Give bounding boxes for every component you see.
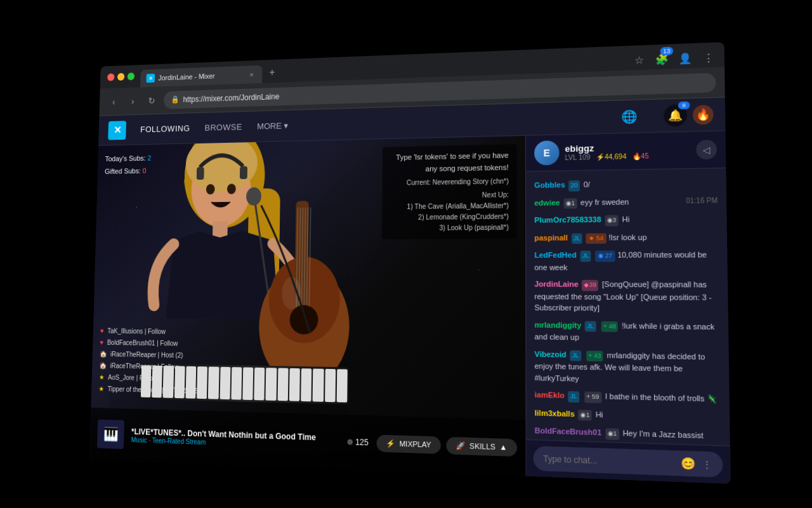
user-header: E ebiggz LVL 109 ⚡44,694 🔥45 ◁ [526, 131, 726, 171]
chat-message-mrlandiggity: mrlandiggity JL + 48 !lurk while i grabs… [526, 316, 728, 348]
close-button[interactable] [107, 73, 114, 81]
profile-icon[interactable]: 👤 [674, 49, 695, 69]
chat-panel: E ebiggz LVL 109 ⚡44,694 🔥45 ◁ [525, 131, 731, 483]
globe-icon[interactable]: 🌐 [618, 105, 641, 128]
chat-input-field[interactable] [543, 453, 675, 468]
flame-icon[interactable]: 🔥 [693, 105, 714, 125]
mixplay-button[interactable]: ⚡ MIXPLAY [376, 434, 440, 453]
chat-username[interactable]: lilm3xballs [535, 408, 575, 418]
chat-text: !lsr look up [608, 232, 647, 241]
chat-badge: ◉1 [563, 198, 577, 209]
viewer-dot-icon [347, 439, 352, 445]
svg-rect-4 [197, 167, 204, 180]
key-white [289, 368, 300, 401]
forward-button[interactable]: › [126, 93, 140, 109]
key-white [301, 368, 311, 401]
nav-more[interactable]: MORE ▾ [257, 121, 289, 131]
level-badge: + 59 [584, 391, 601, 403]
chat-username[interactable]: Gobbles [534, 180, 565, 189]
chat-message-vibezoid: Vibezoid JL + 43 mrlandiggity has decide… [526, 345, 729, 391]
mixer-logo[interactable]: ✕ [108, 121, 126, 140]
chat-username[interactable]: iamEklo [535, 391, 565, 399]
star-badge: ★ 54 [586, 233, 606, 244]
chat-badge: ◉3 [605, 215, 619, 226]
jl-badge: JL [585, 321, 596, 331]
user-sparks: 🔥45 [632, 152, 648, 160]
chat-badge: ◉1 [605, 428, 619, 439]
new-tab-button[interactable]: + [265, 65, 280, 81]
user-info: ebiggz LVL 109 ⚡44,694 🔥45 [565, 141, 690, 161]
nav-browse[interactable]: BROWSE [204, 122, 242, 133]
chat-badge: 20 [568, 180, 580, 191]
url-text: https://mixer.com/JordinLaine [183, 91, 279, 104]
follows-overlay: ♥ TaK_Illusions | Follow ♥ BoldFaceBrush… [98, 325, 208, 398]
minimize-button[interactable] [117, 73, 124, 81]
chat-text: Hi [596, 410, 603, 418]
chat-username[interactable]: PlumOrc78583338 [534, 215, 601, 224]
chat-username[interactable]: JordinLaine [534, 280, 578, 288]
chat-message-plumorc: PlumOrc78583338 ◉3 Hi [526, 210, 727, 230]
video-background: Today's Subs: 2 Gifted Subs: 0 Type 'lsr… [89, 136, 525, 476]
host-icon: 🏠 [100, 349, 107, 360]
chat-message-paspinall: paspinall JL ★ 54 !lsr look up [526, 228, 727, 247]
notification-bell[interactable]: 🔔 8 [664, 104, 687, 127]
chat-username[interactable]: LedFedHed [534, 251, 576, 259]
stream-viewers: 125 [347, 437, 369, 447]
user-tokens: ⚡44,694 [596, 152, 627, 161]
heart-icon: ♥ [100, 325, 104, 337]
star-icon: ★ [98, 384, 104, 396]
back-button[interactable]: ‹ [107, 94, 121, 109]
extension-badge: 13 [660, 47, 674, 56]
jl-badge: JL [568, 391, 579, 403]
key-white [336, 369, 347, 403]
chat-text: eyy fr sweden [580, 197, 629, 206]
chat-username[interactable]: Vibezoid [535, 349, 566, 358]
chat-input-area: 😊 ⋮ [526, 439, 730, 484]
svg-rect-5 [240, 166, 247, 180]
chat-username[interactable]: edwiee [534, 198, 560, 206]
chat-text: 0/ [584, 180, 590, 189]
refresh-button[interactable]: ↻ [145, 93, 159, 108]
header-icons: ◁ [696, 140, 717, 160]
key-white [219, 367, 230, 399]
user-level: LVL 109 [565, 154, 591, 162]
chat-more-button[interactable]: ⋮ [702, 458, 712, 471]
menu-icon[interactable]: ⋮ [698, 48, 719, 68]
maximize-button[interactable] [128, 72, 135, 80]
heart-icon: ♥ [100, 337, 103, 349]
stream-info: *LIVE*TUNES*.. Don't Want Nothin but a G… [131, 427, 340, 450]
chat-messages[interactable]: Gobbles 20 0/ 01:16 PM edwiee ◉1 eyy fr … [526, 168, 730, 446]
jl-badge: JL [570, 350, 581, 361]
chat-message-jordin: JordinLaine ◆39 [SongQueue] @paspinall h… [526, 276, 728, 318]
chat-badge: ◉1 [578, 410, 592, 421]
notification-count: 8 [678, 101, 690, 109]
chat-username[interactable]: BoldFaceBrush01 [535, 426, 601, 437]
chat-username[interactable]: mrlandiggity [535, 320, 582, 329]
chat-input-box[interactable]: 😊 ⋮ [534, 446, 723, 478]
emoji-button[interactable]: 😊 [681, 457, 696, 471]
level-badge: + 48 [601, 321, 618, 331]
chat-username[interactable]: paspinall [534, 233, 568, 241]
key-white [208, 366, 219, 399]
tab-title: JordinLaine - Mixer [158, 71, 244, 82]
host-icon: 🏠 [99, 360, 107, 371]
mixplay-icon: ⚡ [386, 439, 395, 448]
nav-following[interactable]: FOLLOWING [140, 123, 190, 134]
tab-close-button[interactable]: × [247, 70, 256, 79]
mixer-content: Today's Subs: 2 Gifted Subs: 0 Type 'lsr… [89, 131, 731, 483]
video-panel: Today's Subs: 2 Gifted Subs: 0 Type 'lsr… [89, 136, 525, 476]
chevron-up-icon: ▲ [500, 443, 508, 451]
key-white [266, 368, 277, 401]
star-icon[interactable]: ☆ [629, 50, 649, 70]
subs-overlay: Today's Subs: 2 Gifted Subs: 0 [105, 152, 152, 178]
chrome-extensions-wrap: ☆ [629, 50, 649, 70]
gifted-subs: Gifted Subs: 0 [105, 164, 151, 178]
jl-badge: JL [580, 251, 591, 262]
stream-thumbnail: 🎹 [97, 420, 124, 450]
chat-text: Hi [622, 215, 629, 224]
chat-text: I bathe in the blooth of trolls 🦎 [605, 392, 717, 403]
skills-button[interactable]: 🚀 SKILLS ▲ [446, 436, 517, 456]
chat-settings-button[interactable]: ◁ [696, 140, 717, 160]
notification-wrap: 🧩 13 [652, 50, 672, 69]
chat-badge: ◆39 [582, 280, 598, 291]
